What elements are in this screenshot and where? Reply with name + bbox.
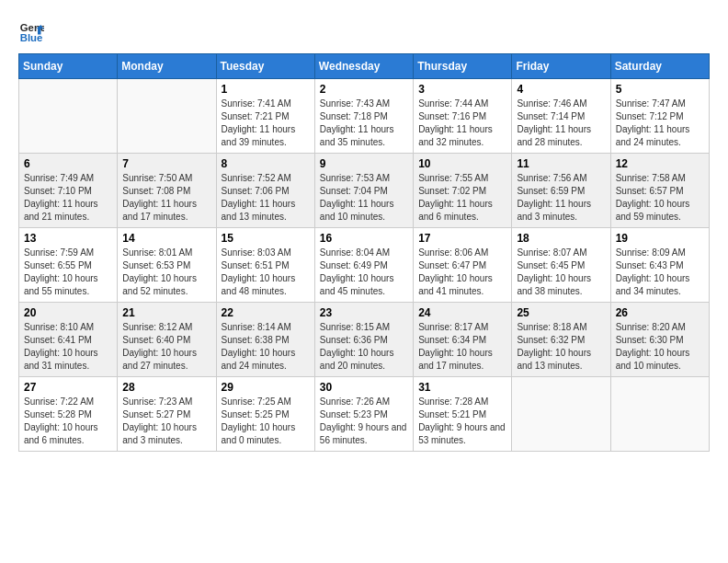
calendar-cell xyxy=(512,377,610,452)
day-number: 31 xyxy=(418,381,506,394)
weekday-header-thursday: Thursday xyxy=(414,54,512,79)
cell-details: Sunrise: 7:55 AMSunset: 7:02 PMDaylight:… xyxy=(418,172,506,224)
cell-details: Sunrise: 7:52 AMSunset: 7:06 PMDaylight:… xyxy=(222,172,310,224)
cell-details: Sunrise: 8:10 AMSunset: 6:41 PMDaylight:… xyxy=(24,321,112,373)
day-number: 11 xyxy=(517,157,605,170)
calendar-cell: 17Sunrise: 8:06 AMSunset: 6:47 PMDayligh… xyxy=(414,228,512,303)
calendar-cell: 31Sunrise: 7:28 AMSunset: 5:21 PMDayligh… xyxy=(414,377,512,452)
page-header: General Blue xyxy=(18,18,710,44)
logo: General Blue xyxy=(18,18,48,44)
cell-details: Sunrise: 7:49 AMSunset: 7:10 PMDaylight:… xyxy=(24,172,112,224)
day-number: 7 xyxy=(122,157,210,170)
day-number: 17 xyxy=(418,232,506,245)
day-number: 23 xyxy=(320,306,408,319)
day-number: 13 xyxy=(24,232,112,245)
calendar-cell: 3Sunrise: 7:44 AMSunset: 7:16 PMDaylight… xyxy=(414,79,512,154)
day-number: 25 xyxy=(517,306,605,319)
cell-details: Sunrise: 8:01 AMSunset: 6:53 PMDaylight:… xyxy=(122,247,210,298)
calendar-cell: 14Sunrise: 8:01 AMSunset: 6:53 PMDayligh… xyxy=(118,228,216,303)
calendar-cell: 20Sunrise: 8:10 AMSunset: 6:41 PMDayligh… xyxy=(19,303,118,377)
week-row-2: 6Sunrise: 7:49 AMSunset: 7:10 PMDaylight… xyxy=(19,154,710,228)
cell-details: Sunrise: 8:07 AMSunset: 6:45 PMDaylight:… xyxy=(517,247,605,298)
cell-details: Sunrise: 7:50 AMSunset: 7:08 PMDaylight:… xyxy=(122,172,210,224)
calendar-header: SundayMondayTuesdayWednesdayThursdayFrid… xyxy=(19,54,710,79)
calendar-cell: 13Sunrise: 7:59 AMSunset: 6:55 PMDayligh… xyxy=(19,228,118,303)
cell-details: Sunrise: 7:44 AMSunset: 7:16 PMDaylight:… xyxy=(418,98,506,149)
day-number: 12 xyxy=(616,157,704,170)
week-row-3: 13Sunrise: 7:59 AMSunset: 6:55 PMDayligh… xyxy=(19,228,710,303)
calendar-cell: 19Sunrise: 8:09 AMSunset: 6:43 PMDayligh… xyxy=(610,228,709,303)
cell-details: Sunrise: 7:59 AMSunset: 6:55 PMDaylight:… xyxy=(24,247,112,298)
week-row-5: 27Sunrise: 7:22 AMSunset: 5:28 PMDayligh… xyxy=(19,377,710,452)
day-number: 18 xyxy=(517,232,605,245)
calendar-cell: 8Sunrise: 7:52 AMSunset: 7:06 PMDaylight… xyxy=(216,154,314,228)
cell-details: Sunrise: 8:12 AMSunset: 6:40 PMDaylight:… xyxy=(122,321,210,373)
cell-details: Sunrise: 8:17 AMSunset: 6:34 PMDaylight:… xyxy=(418,321,506,373)
cell-details: Sunrise: 8:06 AMSunset: 6:47 PMDaylight:… xyxy=(418,247,506,298)
day-number: 1 xyxy=(222,83,310,96)
week-row-4: 20Sunrise: 8:10 AMSunset: 6:41 PMDayligh… xyxy=(19,303,710,377)
day-number: 27 xyxy=(24,381,112,394)
calendar-cell: 16Sunrise: 8:04 AMSunset: 6:49 PMDayligh… xyxy=(314,228,413,303)
cell-details: Sunrise: 8:03 AMSunset: 6:51 PMDaylight:… xyxy=(222,247,310,298)
cell-details: Sunrise: 7:26 AMSunset: 5:23 PMDaylight:… xyxy=(320,396,408,447)
cell-details: Sunrise: 8:09 AMSunset: 6:43 PMDaylight:… xyxy=(616,247,704,298)
calendar-cell: 12Sunrise: 7:58 AMSunset: 6:57 PMDayligh… xyxy=(610,154,709,228)
logo-icon: General Blue xyxy=(18,18,44,44)
day-number: 4 xyxy=(517,83,605,96)
calendar-cell: 10Sunrise: 7:55 AMSunset: 7:02 PMDayligh… xyxy=(414,154,512,228)
cell-details: Sunrise: 7:43 AMSunset: 7:18 PMDaylight:… xyxy=(320,98,408,149)
day-number: 3 xyxy=(418,83,506,96)
calendar-cell: 25Sunrise: 8:18 AMSunset: 6:32 PMDayligh… xyxy=(512,303,610,377)
calendar-cell: 7Sunrise: 7:50 AMSunset: 7:08 PMDaylight… xyxy=(118,154,216,228)
day-number: 5 xyxy=(616,83,704,96)
day-number: 14 xyxy=(122,232,210,245)
day-number: 29 xyxy=(222,381,310,394)
day-number: 8 xyxy=(222,157,310,170)
day-number: 30 xyxy=(320,381,408,394)
day-number: 26 xyxy=(616,306,704,319)
weekday-header-saturday: Saturday xyxy=(610,54,709,79)
calendar-cell xyxy=(118,79,216,154)
cell-details: Sunrise: 7:22 AMSunset: 5:28 PMDaylight:… xyxy=(24,396,112,447)
cell-details: Sunrise: 8:20 AMSunset: 6:30 PMDaylight:… xyxy=(616,321,704,373)
cell-details: Sunrise: 7:58 AMSunset: 6:57 PMDaylight:… xyxy=(616,172,704,224)
calendar-cell xyxy=(610,377,709,452)
calendar-cell: 28Sunrise: 7:23 AMSunset: 5:27 PMDayligh… xyxy=(118,377,216,452)
week-row-1: 1Sunrise: 7:41 AMSunset: 7:21 PMDaylight… xyxy=(19,79,710,154)
calendar-cell: 18Sunrise: 8:07 AMSunset: 6:45 PMDayligh… xyxy=(512,228,610,303)
cell-details: Sunrise: 7:25 AMSunset: 5:25 PMDaylight:… xyxy=(222,396,310,447)
calendar-body: 1Sunrise: 7:41 AMSunset: 7:21 PMDaylight… xyxy=(19,79,710,452)
calendar-cell: 9Sunrise: 7:53 AMSunset: 7:04 PMDaylight… xyxy=(314,154,413,228)
weekday-header-row: SundayMondayTuesdayWednesdayThursdayFrid… xyxy=(19,54,710,79)
day-number: 19 xyxy=(616,232,704,245)
day-number: 20 xyxy=(24,306,112,319)
calendar-cell: 30Sunrise: 7:26 AMSunset: 5:23 PMDayligh… xyxy=(314,377,413,452)
day-number: 21 xyxy=(122,306,210,319)
day-number: 24 xyxy=(418,306,506,319)
day-number: 9 xyxy=(320,157,408,170)
weekday-header-friday: Friday xyxy=(512,54,610,79)
calendar-cell: 5Sunrise: 7:47 AMSunset: 7:12 PMDaylight… xyxy=(610,79,709,154)
calendar-cell: 24Sunrise: 8:17 AMSunset: 6:34 PMDayligh… xyxy=(414,303,512,377)
calendar-cell: 27Sunrise: 7:22 AMSunset: 5:28 PMDayligh… xyxy=(19,377,118,452)
calendar-cell: 2Sunrise: 7:43 AMSunset: 7:18 PMDaylight… xyxy=(314,79,413,154)
cell-details: Sunrise: 7:56 AMSunset: 6:59 PMDaylight:… xyxy=(517,172,605,224)
cell-details: Sunrise: 8:15 AMSunset: 6:36 PMDaylight:… xyxy=(320,321,408,373)
calendar-cell: 22Sunrise: 8:14 AMSunset: 6:38 PMDayligh… xyxy=(216,303,314,377)
cell-details: Sunrise: 7:23 AMSunset: 5:27 PMDaylight:… xyxy=(122,396,210,447)
cell-details: Sunrise: 7:47 AMSunset: 7:12 PMDaylight:… xyxy=(616,98,704,149)
day-number: 6 xyxy=(24,157,112,170)
cell-details: Sunrise: 8:04 AMSunset: 6:49 PMDaylight:… xyxy=(320,247,408,298)
day-number: 22 xyxy=(222,306,310,319)
cell-details: Sunrise: 7:28 AMSunset: 5:21 PMDaylight:… xyxy=(418,396,506,447)
weekday-header-tuesday: Tuesday xyxy=(216,54,314,79)
calendar-cell: 26Sunrise: 8:20 AMSunset: 6:30 PMDayligh… xyxy=(610,303,709,377)
day-number: 15 xyxy=(222,232,310,245)
day-number: 28 xyxy=(122,381,210,394)
calendar-cell: 6Sunrise: 7:49 AMSunset: 7:10 PMDaylight… xyxy=(19,154,118,228)
weekday-header-sunday: Sunday xyxy=(19,54,118,79)
cell-details: Sunrise: 7:41 AMSunset: 7:21 PMDaylight:… xyxy=(222,98,310,149)
calendar-cell: 1Sunrise: 7:41 AMSunset: 7:21 PMDaylight… xyxy=(216,79,314,154)
day-number: 16 xyxy=(320,232,408,245)
